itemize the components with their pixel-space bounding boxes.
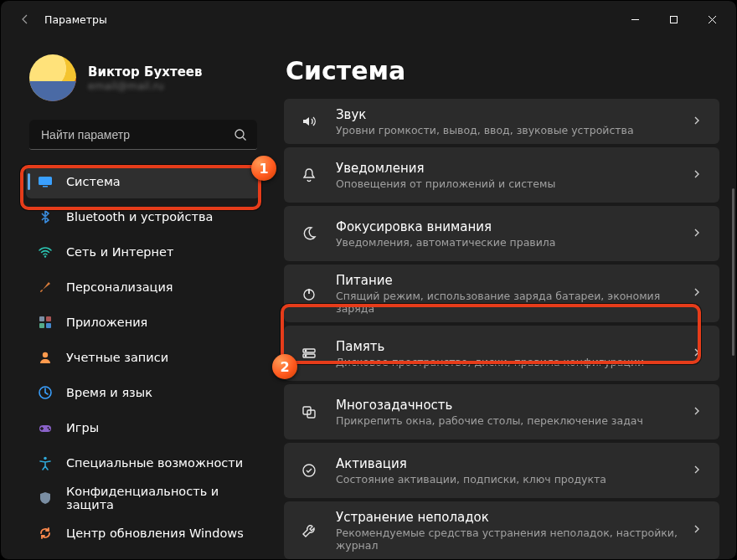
row-subtitle: Дисковое пространство, диски, правила ко… <box>336 356 684 368</box>
svg-rect-2 <box>39 177 52 185</box>
minimize-icon <box>631 15 640 24</box>
row-title: Многозадачность <box>336 398 684 413</box>
sound-icon <box>289 113 329 130</box>
settings-row-1[interactable]: Уведомления Оповещения от приложений и с… <box>284 147 719 203</box>
settings-window: Параметры Виктор Бухтеев email@mail.ru <box>0 0 737 560</box>
settings-row-4[interactable]: Память Дисковое пространство, диски, пра… <box>284 326 719 381</box>
back-button[interactable] <box>11 5 39 33</box>
row-subtitle: Оповещения от приложений и системы <box>336 177 684 190</box>
apps-icon <box>38 315 53 330</box>
settings-row-5[interactable]: Многозадачность Прикрепить окна, рабочие… <box>284 384 719 439</box>
window-controls <box>616 5 731 33</box>
svg-point-18 <box>305 350 306 351</box>
close-icon <box>708 15 717 24</box>
settings-row-6[interactable]: Активация Состояние активации, подписки,… <box>284 443 719 498</box>
row-subtitle: Уведомления, автоматические правила <box>336 236 684 249</box>
chevron-right-icon <box>691 522 703 538</box>
display-icon <box>38 174 53 189</box>
sidebar-item-label: Центр обновления Windows <box>66 527 244 540</box>
row-texts: Память Дисковое пространство, диски, пра… <box>336 339 684 368</box>
nav: Система Bluetooth и устройства Сеть и Ин… <box>26 165 260 550</box>
svg-rect-8 <box>46 323 51 328</box>
titlebar: Параметры <box>1 1 736 38</box>
sidebar-item-label: Персонализация <box>66 280 173 294</box>
troubleshoot-icon <box>289 522 329 539</box>
minimize-button[interactable] <box>616 5 654 33</box>
sidebar-item-1[interactable]: Bluetooth и устройства <box>26 200 260 234</box>
row-subtitle: Состояние активации, подписки, ключ прод… <box>336 473 684 486</box>
row-texts: Многозадачность Прикрепить окна, рабочие… <box>336 398 684 427</box>
sidebar-item-label: Специальные возможности <box>66 456 243 470</box>
bluetooth-icon <box>38 209 53 224</box>
row-title: Устранение неполадок <box>336 510 684 525</box>
sidebar-item-label: Учетные записи <box>66 351 168 364</box>
chevron-right-icon <box>691 226 703 242</box>
person-icon <box>38 350 53 365</box>
chevron-right-icon <box>691 285 703 301</box>
sidebar-item-9[interactable]: Конфиденциальность и защита <box>26 481 260 515</box>
row-texts: Звук Уровни громкости, вывод, ввод, звук… <box>336 107 684 136</box>
row-subtitle: Спящий режим, использование заряда батар… <box>336 290 684 315</box>
update-icon <box>38 526 53 541</box>
row-title: Уведомления <box>336 161 684 176</box>
settings-row-2[interactable]: Фокусировка внимания Уведомления, автома… <box>284 206 719 261</box>
wifi-icon <box>38 244 53 259</box>
chevron-right-icon <box>691 404 703 420</box>
row-title: Звук <box>336 107 684 122</box>
svg-point-9 <box>43 352 48 357</box>
profile-name: Виктор Бухтеев <box>88 64 203 80</box>
sidebar-item-4[interactable]: Приложения <box>26 306 260 339</box>
shield-icon <box>38 491 53 506</box>
sidebar-item-0[interactable]: Система <box>26 165 260 198</box>
row-title: Фокусировка внимания <box>336 219 684 234</box>
row-title: Память <box>336 339 684 354</box>
sidebar-item-8[interactable]: Специальные возможности <box>26 446 260 480</box>
row-subtitle: Прикрепить окна, рабочие столы, переключ… <box>336 414 684 427</box>
svg-point-19 <box>305 355 306 356</box>
profile-texts: Виктор Бухтеев email@mail.ru <box>88 64 203 92</box>
bell-icon <box>289 167 329 183</box>
svg-point-1 <box>235 130 244 138</box>
svg-rect-0 <box>670 16 677 23</box>
profile-email: email@mail.ru <box>88 80 203 92</box>
profile-block[interactable]: Виктор Бухтеев email@mail.ru <box>29 54 260 101</box>
sidebar-item-6[interactable]: Время и язык <box>26 376 260 409</box>
sidebar-item-label: Конфиденциальность и защита <box>66 485 249 511</box>
svg-point-22 <box>303 465 315 476</box>
settings-row-3[interactable]: Питание Спящий режим, использование заря… <box>284 265 719 322</box>
svg-point-4 <box>44 255 46 257</box>
sidebar-item-3[interactable]: Персонализация <box>26 270 260 304</box>
moon-icon <box>289 225 329 242</box>
main: Система Звук Уровни громкости, вывод, вв… <box>269 38 736 559</box>
multitask-icon <box>289 403 329 420</box>
settings-row-0[interactable]: Звук Уровни громкости, вывод, ввод, звук… <box>284 99 719 144</box>
svg-rect-6 <box>46 316 51 321</box>
maximize-button[interactable] <box>654 5 693 33</box>
search-input[interactable] <box>39 127 234 142</box>
scrollbar[interactable] <box>732 188 734 356</box>
sidebar-item-5[interactable]: Учетные записи <box>26 341 260 374</box>
sidebar-item-2[interactable]: Сеть и Интернет <box>26 235 260 269</box>
chevron-right-icon <box>691 114 703 130</box>
close-button[interactable] <box>693 5 731 33</box>
search-box[interactable] <box>29 120 257 150</box>
svg-point-12 <box>48 427 49 429</box>
row-subtitle: Рекомендуемые средства устранения непола… <box>336 527 684 552</box>
power-icon <box>289 285 329 302</box>
accessibility-icon <box>38 455 53 470</box>
sidebar-item-7[interactable]: Игры <box>26 411 260 444</box>
maximize-icon <box>669 15 678 24</box>
svg-point-14 <box>44 457 47 460</box>
row-title: Активация <box>336 456 684 471</box>
chevron-right-icon <box>691 346 703 362</box>
sidebar-item-label: Игры <box>66 421 99 434</box>
sidebar-item-10[interactable]: Центр обновления Windows <box>26 516 260 550</box>
row-texts: Устранение неполадок Рекомендуемые средс… <box>336 510 684 552</box>
sidebar-item-label: Bluetooth и устройства <box>66 210 213 223</box>
settings-list: Звук Уровни громкости, вывод, ввод, звук… <box>284 99 719 559</box>
settings-row-7[interactable]: Устранение неполадок Рекомендуемые средс… <box>284 501 719 559</box>
row-texts: Активация Состояние активации, подписки,… <box>336 456 684 486</box>
svg-rect-7 <box>39 323 44 328</box>
activation-icon <box>289 462 329 479</box>
arrow-left-icon <box>18 13 32 26</box>
